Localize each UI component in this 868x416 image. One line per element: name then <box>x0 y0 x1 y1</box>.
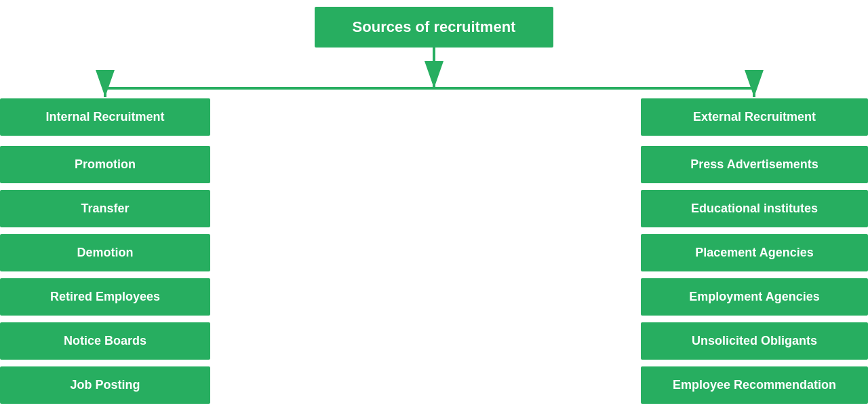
unsolicited-obligants-box: Unsolicited Obligants <box>641 322 868 360</box>
placement-agencies-box: Placement Agencies <box>641 234 868 271</box>
demotion-box: Demotion <box>0 234 210 271</box>
notice-boards-box: Notice Boards <box>0 322 210 360</box>
job-posting-box: Job Posting <box>0 366 210 404</box>
external-recruitment-box: External Recruitment <box>641 98 868 136</box>
educational-institutes-box: Educational institutes <box>641 190 868 227</box>
internal-recruitment-box: Internal Recruitment <box>0 98 210 136</box>
transfer-box: Transfer <box>0 190 210 227</box>
diagram: Sources of recruitment Internal Recruitm… <box>0 0 868 416</box>
root-box: Sources of recruitment <box>315 7 553 48</box>
press-advertisements-box: Press Advertisements <box>641 146 868 183</box>
retired-employees-box: Retired Employees <box>0 278 210 316</box>
promotion-box: Promotion <box>0 146 210 183</box>
employee-recommendation-box: Employee Recommendation <box>641 366 868 404</box>
employment-agencies-box: Employment Agencies <box>641 278 868 316</box>
